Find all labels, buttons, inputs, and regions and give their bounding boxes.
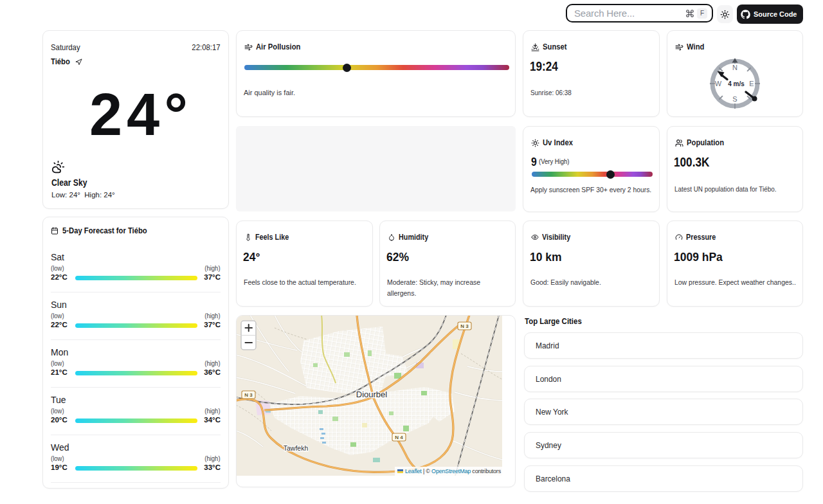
svg-text:N: N [732, 64, 737, 71]
svg-text:W: W [715, 80, 722, 87]
svg-text:N 3: N 3 [460, 323, 469, 329]
svg-text:S: S [732, 95, 737, 103]
svg-text:Tawfekh: Tawfekh [284, 444, 309, 452]
svg-text:N 4: N 4 [395, 435, 403, 440]
svg-text:E: E [749, 80, 754, 87]
svg-text:4 m/s: 4 m/s [728, 80, 745, 87]
svg-text:N 3: N 3 [244, 392, 253, 398]
svg-text:Diourbel: Diourbel [356, 390, 388, 399]
